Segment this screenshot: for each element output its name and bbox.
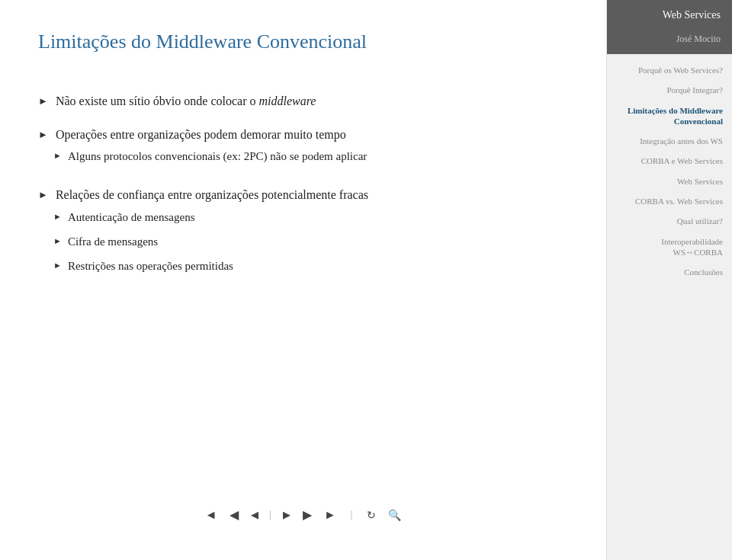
nav-next-button[interactable]: ▶ — [299, 506, 316, 523]
sidebar-item-conclusoes[interactable]: Conclusões — [607, 262, 732, 282]
nav-separator: | — [270, 509, 271, 520]
nav-refresh-button[interactable]: ↻ — [363, 507, 380, 523]
nav-zoom-button[interactable]: 🔍 — [384, 507, 405, 523]
sidebar-nav: Porquê os Web Services? Porquê Integrar?… — [607, 54, 732, 560]
list-item: ► Operações entre organizações podem dem… — [38, 125, 568, 172]
bullet-list: ► Não existe um sítio óbvio onde colocar… — [38, 91, 568, 281]
sidebar-item-web-services[interactable]: Web Services — [607, 171, 732, 191]
nav-prev-button[interactable]: ◀ — [226, 506, 242, 523]
main-content: Limitações do Middleware Convencional ► … — [0, 0, 606, 560]
list-item: ► Relações de confiança entre organizaçõ… — [38, 185, 568, 281]
bullet-arrow-small-icon: ► — [53, 235, 62, 248]
bullet-text: Relações de confiança entre organizações… — [56, 185, 368, 205]
sub-list: ► Alguns protocolos convencionais (ex: 2… — [38, 147, 367, 171]
main-wrapper: Limitações do Middleware Convencional ► … — [0, 0, 606, 560]
sidebar-item-porquê-web[interactable]: Porquê os Web Services? — [607, 60, 732, 80]
nav-last-button[interactable]: ► — [320, 507, 340, 523]
bullet-arrow-icon: ► — [38, 127, 48, 143]
slide-area: Limitações do Middleware Convencional ► … — [38, 30, 568, 500]
content-body: ► Não existe um sítio óbvio onde colocar… — [38, 91, 568, 500]
bullet-arrow-small-icon: ► — [53, 210, 62, 224]
sidebar: Web Services José Mocito Porquê os Web S… — [606, 0, 732, 560]
sub-list: ► Autenticação de mensagens ► Cifra de m… — [38, 208, 233, 281]
bullet-text: Restrições nas operações permitidas — [68, 257, 233, 275]
sidebar-item-porquê-integrar[interactable]: Porquê Integrar? — [607, 80, 732, 100]
sidebar-item-interop[interactable]: Interoperabilidade WS↔CORBA — [607, 232, 732, 263]
bottom-nav: ◄ ◀ ◀ | ▶ ▶ ► | ↻ 🔍 — [38, 500, 568, 530]
bullet-text: Autenticação de mensagens — [68, 208, 195, 226]
sidebar-item-corba-web[interactable]: CORBA e Web Services — [607, 151, 732, 171]
sidebar-item-limitacoes[interactable]: Limitações do Middleware Convencional — [607, 101, 732, 132]
slide-title: Limitações do Middleware Convencional — [38, 30, 568, 53]
sidebar-item-qual-utilizar[interactable]: Qual utilizar? — [607, 211, 732, 231]
list-item: ► Autenticação de mensagens — [53, 208, 233, 226]
nav-next-small-button[interactable]: ▶ — [279, 507, 294, 522]
list-item: ► Restrições nas operações permitidas — [53, 257, 233, 275]
list-item: ► Não existe um sítio óbvio onde colocar… — [38, 91, 568, 111]
nav-first-button[interactable]: ◄ — [201, 507, 221, 523]
bullet-text: Alguns protocolos convencionais (ex: 2PC… — [68, 147, 367, 165]
nav-prev-small-button[interactable]: ◀ — [247, 507, 262, 522]
bullet-arrow-icon: ► — [38, 187, 48, 203]
sidebar-item-integracao[interactable]: Integração antes dos WS — [607, 131, 732, 151]
sidebar-item-corba-vs[interactable]: CORBA vs. Web Services — [607, 191, 732, 211]
nav-separator-2: | — [351, 509, 352, 520]
list-item: ► Alguns protocolos convencionais (ex: 2… — [53, 147, 367, 165]
bullet-arrow-small-icon: ► — [53, 259, 62, 273]
bullet-arrow-small-icon: ► — [53, 149, 62, 163]
bullet-text: Não existe um sítio óbvio onde colocar o… — [56, 91, 316, 111]
sidebar-subtitle: José Mocito — [607, 30, 732, 54]
bullet-text: Operações entre organizações podem demor… — [56, 125, 346, 145]
list-item: ► Cifra de mensagens — [53, 232, 233, 251]
bullet-text: Cifra de mensagens — [68, 232, 158, 251]
sidebar-header: Web Services — [607, 0, 732, 30]
bullet-arrow-icon: ► — [38, 94, 48, 110]
